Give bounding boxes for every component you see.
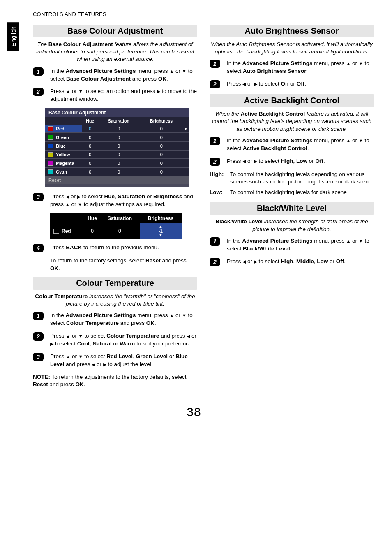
definition-high: High:To control the backlighting levels … xyxy=(210,171,374,185)
step-abc-2: 2 Press ◀ or ▶ to select High, Low or Of… xyxy=(210,158,374,166)
intro-colour-temperature: Colour Temperature increases the "warmth… xyxy=(33,293,197,308)
down-arrow-icon: ▼ xyxy=(78,202,82,208)
table-row[interactable]: Blue000 xyxy=(45,142,189,150)
step-number-icon: 3 xyxy=(33,353,44,361)
step-number-icon: 1 xyxy=(210,60,220,68)
step-abs-2: 2 Press ◀ or ▶ to select On or Off. xyxy=(210,80,374,88)
colour-swatch-icon xyxy=(48,126,53,131)
step-number-icon: 1 xyxy=(210,137,220,145)
down-arrow-icon: ▼ xyxy=(182,68,187,74)
table-row[interactable]: Cyan000 xyxy=(45,168,189,176)
up-arrow-icon: ▲ xyxy=(66,88,70,95)
intro-base-colour: The Base Colour Adjustment feature allow… xyxy=(33,41,197,63)
table2-row-label: Red xyxy=(50,223,85,239)
up-arrow-icon: ▲ xyxy=(169,313,174,319)
section-title-base-colour: Base Colour Adjustment xyxy=(33,25,197,37)
up-arrow-icon: ▲ xyxy=(66,333,70,339)
down-arrow-icon: ▼ xyxy=(182,313,187,319)
header-section-title: CONTROLS AND FEATURES xyxy=(33,11,376,17)
chevron-up-icon: ▲ xyxy=(140,225,182,228)
step-number-icon: 4 xyxy=(33,244,44,252)
down-arrow-icon: ▼ xyxy=(359,138,363,144)
step-ct-2: 2 Press ▲ or ▼ to select Colour Temperat… xyxy=(33,332,197,348)
header-rule xyxy=(12,10,376,10)
down-arrow-icon: ▼ xyxy=(78,354,83,360)
table-row[interactable]: Green000 xyxy=(45,133,189,141)
right-arrow-icon: ▶ xyxy=(254,81,257,87)
step-bca-2: 2 Press ▲ or ▼ to select an option and p… xyxy=(33,88,197,103)
step-abc-1: 1 In the Advanced Picture Settings menu,… xyxy=(210,137,374,153)
right-arrow-icon: ▶ xyxy=(103,361,106,368)
left-arrow-icon: ◀ xyxy=(187,333,190,339)
step-number-icon: 3 xyxy=(33,193,44,201)
section-title-active-backlight: Active Backlight Control xyxy=(210,94,374,107)
right-arrow-icon: ▶ xyxy=(254,158,257,164)
step-number-icon: 2 xyxy=(33,88,44,96)
step-number-icon: 1 xyxy=(33,312,44,320)
table-adjustment-window: Hue Saturation Brightness Red 0 0 ▲-1▼ xyxy=(50,213,182,239)
colour-swatch-icon xyxy=(48,135,53,140)
note-ct: NOTE: To return the adjustments to the f… xyxy=(33,373,197,389)
intro-active-backlight: When the Active Backlight Control featur… xyxy=(210,110,374,133)
step-bca-4: 4 Press BACK to return to the previous m… xyxy=(33,244,197,252)
up-arrow-icon: ▲ xyxy=(346,60,350,67)
step-number-icon: 1 xyxy=(33,67,44,76)
right-arrow-icon: ▶ xyxy=(77,194,81,200)
right-column: Auto Brightness Sensor When the Auto Bri… xyxy=(210,25,374,393)
step-bwl-2: 2 Press ◀ or ▶ to select High, Middle, L… xyxy=(210,258,374,266)
intro-black-white-level: Black/White Level increases the strength… xyxy=(210,218,374,233)
step-bca-1: 1 In the Advanced Picture Settings menu,… xyxy=(33,67,197,83)
up-arrow-icon: ▲ xyxy=(65,202,70,208)
colour-swatch-icon xyxy=(48,144,53,148)
up-arrow-icon: ▲ xyxy=(66,354,70,360)
definition-low: Low:To control the backlighting levels f… xyxy=(210,189,374,196)
table-reset-row[interactable]: Reset xyxy=(45,176,189,184)
step-number-icon: 2 xyxy=(210,80,220,88)
right-arrow-icon: ▸ xyxy=(183,125,189,132)
step-number-icon: 2 xyxy=(33,332,44,341)
down-arrow-icon: ▼ xyxy=(78,333,83,339)
section-title-auto-brightness: Auto Brightness Sensor xyxy=(210,25,374,37)
up-arrow-icon: ▲ xyxy=(346,138,350,144)
right-arrow-icon: ▶ xyxy=(50,341,53,347)
up-arrow-icon: ▲ xyxy=(169,68,174,74)
table-row[interactable]: Magenta000 xyxy=(45,159,189,167)
table-title: Base Colour Adjustment xyxy=(45,108,189,117)
step-number-icon: 2 xyxy=(210,158,220,166)
intro-auto-brightness: When the Auto Brightness Sensor is activ… xyxy=(210,41,374,56)
step-ct-1: 1 In the Advanced Picture Settings menu,… xyxy=(33,312,197,327)
down-arrow-icon: ▼ xyxy=(359,238,363,244)
colour-swatch-icon xyxy=(48,161,53,166)
step-bca-reset: To return to the factory settings, selec… xyxy=(50,257,197,273)
down-arrow-icon: ▼ xyxy=(359,60,363,67)
page-number: 38 xyxy=(12,405,376,419)
right-arrow-icon: ▶ xyxy=(254,259,257,265)
step-bwl-1: 1 In the Advanced Picture Settings menu,… xyxy=(210,237,374,253)
step-abs-1: 1 In the Advanced Picture Settings menu,… xyxy=(210,60,374,75)
left-column: Base Colour Adjustment The Base Colour A… xyxy=(33,25,197,393)
section-title-black-white-level: Black/White Level xyxy=(210,202,374,215)
step-number-icon: 1 xyxy=(210,237,220,246)
colour-swatch-icon xyxy=(48,152,53,157)
colour-swatch-icon xyxy=(48,169,53,174)
step-ct-3: 3 Press ▲ or ▼ to select Red Level, Gree… xyxy=(33,353,197,368)
table-row[interactable]: Red000▸ xyxy=(45,125,189,132)
step-bca-3: 3 Press ◀ or ▶ to select Hue, Saturation… xyxy=(33,193,197,208)
table-base-colour-adjustment: Base Colour Adjustment Hue Saturation Br… xyxy=(45,108,189,187)
up-arrow-icon: ▲ xyxy=(346,238,350,244)
right-arrow-icon: ▶ xyxy=(157,88,160,95)
down-arrow-icon: ▼ xyxy=(78,88,83,95)
step-number-icon: 2 xyxy=(210,258,220,266)
table-row[interactable]: Yellow000 xyxy=(45,151,189,158)
section-title-colour-temperature: Colour Temperature xyxy=(33,277,197,290)
language-tab: English xyxy=(7,22,19,51)
chevron-down-icon: ▼ xyxy=(140,234,182,237)
